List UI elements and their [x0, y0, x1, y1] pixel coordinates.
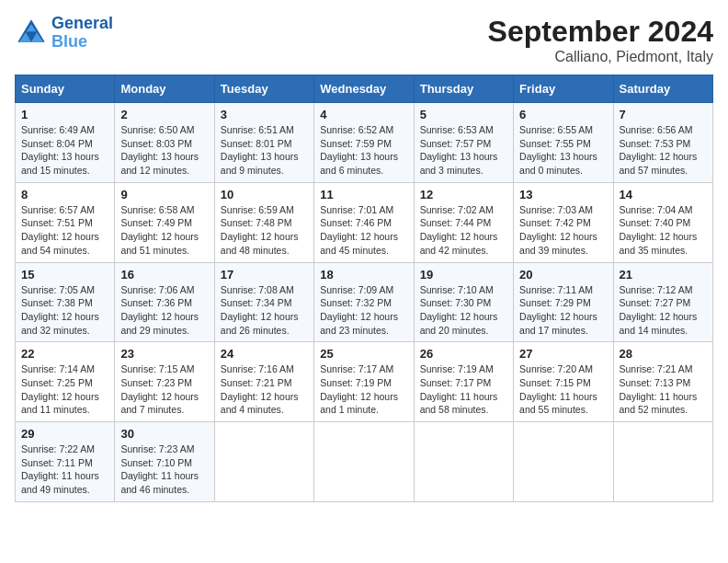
calendar-cell: 16Sunrise: 7:06 AM Sunset: 7:36 PM Dayli… — [115, 262, 214, 342]
calendar-cell: 13Sunrise: 7:03 AM Sunset: 7:42 PM Dayli… — [514, 182, 613, 262]
day-info: Sunrise: 7:11 AM Sunset: 7:29 PM Dayligh… — [519, 283, 607, 338]
day-number: 24 — [221, 347, 308, 361]
calendar-cell: 23Sunrise: 7:15 AM Sunset: 7:23 PM Dayli… — [115, 342, 214, 422]
day-info: Sunrise: 7:02 AM Sunset: 7:44 PM Dayligh… — [420, 203, 507, 258]
calendar-cell: 20Sunrise: 7:11 AM Sunset: 7:29 PM Dayli… — [514, 262, 613, 342]
day-info: Sunrise: 7:23 AM Sunset: 7:10 PM Dayligh… — [120, 442, 208, 497]
calendar-cell: 8Sunrise: 6:57 AM Sunset: 7:51 PM Daylig… — [16, 182, 115, 262]
day-info: Sunrise: 7:04 AM Sunset: 7:40 PM Dayligh… — [620, 203, 707, 258]
calendar-title: September 2024 — [488, 15, 713, 49]
day-number: 17 — [221, 268, 308, 282]
day-number: 8 — [21, 188, 108, 201]
day-number: 16 — [120, 268, 208, 282]
day-number: 27 — [519, 347, 607, 361]
calendar-cell: 18Sunrise: 7:09 AM Sunset: 7:32 PM Dayli… — [314, 262, 414, 342]
header-thursday: Thursday — [414, 75, 513, 103]
header-wednesday: Wednesday — [314, 75, 414, 103]
day-info: Sunrise: 6:53 AM Sunset: 7:57 PM Dayligh… — [420, 123, 507, 178]
day-number: 11 — [320, 188, 407, 201]
day-number: 14 — [620, 188, 707, 201]
day-number: 26 — [420, 347, 507, 361]
calendar-cell — [314, 422, 414, 502]
calendar-header-row: SundayMondayTuesdayWednesdayThursdayFrid… — [16, 75, 713, 103]
day-info: Sunrise: 6:59 AM Sunset: 7:48 PM Dayligh… — [221, 203, 308, 258]
day-number: 10 — [221, 188, 308, 201]
calendar-cell: 26Sunrise: 7:19 AM Sunset: 7:17 PM Dayli… — [414, 342, 513, 422]
page-header: General Blue September 2024 Calliano, Pi… — [15, 15, 713, 65]
calendar-cell: 10Sunrise: 6:59 AM Sunset: 7:48 PM Dayli… — [214, 182, 313, 262]
calendar-cell: 2Sunrise: 6:50 AM Sunset: 8:03 PM Daylig… — [115, 103, 214, 183]
calendar-cell: 1Sunrise: 6:49 AM Sunset: 8:04 PM Daylig… — [16, 103, 115, 183]
calendar-cell: 5Sunrise: 6:53 AM Sunset: 7:57 PM Daylig… — [414, 103, 513, 183]
day-number: 6 — [519, 108, 607, 121]
day-number: 25 — [320, 347, 407, 361]
day-info: Sunrise: 7:16 AM Sunset: 7:21 PM Dayligh… — [221, 362, 308, 417]
day-info: Sunrise: 6:49 AM Sunset: 8:04 PM Dayligh… — [21, 123, 108, 178]
day-number: 2 — [120, 108, 208, 121]
header-saturday: Saturday — [613, 75, 712, 103]
day-info: Sunrise: 6:57 AM Sunset: 7:51 PM Dayligh… — [21, 203, 108, 258]
calendar-cell: 7Sunrise: 6:56 AM Sunset: 7:53 PM Daylig… — [613, 103, 712, 183]
calendar-cell — [514, 422, 613, 502]
day-number: 29 — [21, 427, 108, 441]
calendar-cell: 4Sunrise: 6:52 AM Sunset: 7:59 PM Daylig… — [314, 103, 414, 183]
calendar-week-4: 29Sunrise: 7:22 AM Sunset: 7:11 PM Dayli… — [16, 422, 713, 502]
calendar-cell: 3Sunrise: 6:51 AM Sunset: 8:01 PM Daylig… — [214, 103, 313, 183]
calendar-cell: 21Sunrise: 7:12 AM Sunset: 7:27 PM Dayli… — [613, 262, 712, 342]
day-info: Sunrise: 7:19 AM Sunset: 7:17 PM Dayligh… — [420, 362, 507, 417]
day-info: Sunrise: 6:51 AM Sunset: 8:01 PM Dayligh… — [221, 123, 308, 178]
day-number: 23 — [120, 347, 208, 361]
calendar-week-1: 8Sunrise: 6:57 AM Sunset: 7:51 PM Daylig… — [16, 182, 713, 262]
calendar-subtitle: Calliano, Piedmont, Italy — [488, 49, 713, 65]
calendar-week-3: 22Sunrise: 7:14 AM Sunset: 7:25 PM Dayli… — [16, 342, 713, 422]
day-number: 30 — [120, 427, 208, 441]
day-number: 28 — [620, 347, 707, 361]
calendar-cell: 9Sunrise: 6:58 AM Sunset: 7:49 PM Daylig… — [115, 182, 214, 262]
calendar-cell: 19Sunrise: 7:10 AM Sunset: 7:30 PM Dayli… — [414, 262, 513, 342]
day-info: Sunrise: 7:03 AM Sunset: 7:42 PM Dayligh… — [519, 203, 607, 258]
calendar-week-2: 15Sunrise: 7:05 AM Sunset: 7:38 PM Dayli… — [16, 262, 713, 342]
logo-text: General Blue — [51, 15, 113, 52]
day-info: Sunrise: 7:15 AM Sunset: 7:23 PM Dayligh… — [120, 362, 208, 417]
calendar-cell: 27Sunrise: 7:20 AM Sunset: 7:15 PM Dayli… — [514, 342, 613, 422]
calendar-cell: 28Sunrise: 7:21 AM Sunset: 7:13 PM Dayli… — [613, 342, 712, 422]
calendar-cell: 22Sunrise: 7:14 AM Sunset: 7:25 PM Dayli… — [16, 342, 115, 422]
day-info: Sunrise: 7:01 AM Sunset: 7:46 PM Dayligh… — [320, 203, 407, 258]
title-block: September 2024 Calliano, Piedmont, Italy — [488, 15, 713, 65]
calendar-cell: 15Sunrise: 7:05 AM Sunset: 7:38 PM Dayli… — [16, 262, 115, 342]
day-info: Sunrise: 7:06 AM Sunset: 7:36 PM Dayligh… — [120, 283, 208, 338]
day-number: 18 — [320, 268, 407, 282]
calendar-cell: 6Sunrise: 6:55 AM Sunset: 7:55 PM Daylig… — [514, 103, 613, 183]
calendar-cell: 12Sunrise: 7:02 AM Sunset: 7:44 PM Dayli… — [414, 182, 513, 262]
header-friday: Friday — [514, 75, 613, 103]
day-info: Sunrise: 7:05 AM Sunset: 7:38 PM Dayligh… — [21, 283, 108, 338]
day-number: 9 — [120, 188, 208, 201]
day-info: Sunrise: 7:09 AM Sunset: 7:32 PM Dayligh… — [320, 283, 407, 338]
day-number: 22 — [21, 347, 108, 361]
calendar-cell — [613, 422, 712, 502]
day-info: Sunrise: 7:08 AM Sunset: 7:34 PM Dayligh… — [221, 283, 308, 338]
day-number: 12 — [420, 188, 507, 201]
day-number: 7 — [620, 108, 707, 121]
day-number: 4 — [320, 108, 407, 121]
calendar-cell: 24Sunrise: 7:16 AM Sunset: 7:21 PM Dayli… — [214, 342, 313, 422]
calendar-cell: 30Sunrise: 7:23 AM Sunset: 7:10 PM Dayli… — [115, 422, 214, 502]
day-info: Sunrise: 7:20 AM Sunset: 7:15 PM Dayligh… — [519, 362, 607, 417]
day-info: Sunrise: 6:55 AM Sunset: 7:55 PM Dayligh… — [519, 123, 607, 178]
calendar-week-0: 1Sunrise: 6:49 AM Sunset: 8:04 PM Daylig… — [16, 103, 713, 183]
day-info: Sunrise: 7:14 AM Sunset: 7:25 PM Dayligh… — [21, 362, 108, 417]
day-info: Sunrise: 6:56 AM Sunset: 7:53 PM Dayligh… — [620, 123, 707, 178]
day-info: Sunrise: 6:52 AM Sunset: 7:59 PM Dayligh… — [320, 123, 407, 178]
day-info: Sunrise: 7:12 AM Sunset: 7:27 PM Dayligh… — [620, 283, 707, 338]
header-monday: Monday — [115, 75, 214, 103]
logo-icon — [15, 17, 48, 50]
day-info: Sunrise: 6:50 AM Sunset: 8:03 PM Dayligh… — [120, 123, 208, 178]
day-number: 21 — [620, 268, 707, 282]
calendar-cell: 14Sunrise: 7:04 AM Sunset: 7:40 PM Dayli… — [613, 182, 712, 262]
header-sunday: Sunday — [16, 75, 115, 103]
day-info: Sunrise: 7:17 AM Sunset: 7:19 PM Dayligh… — [320, 362, 407, 417]
calendar-cell — [414, 422, 513, 502]
day-info: Sunrise: 7:22 AM Sunset: 7:11 PM Dayligh… — [21, 442, 108, 497]
day-number: 13 — [519, 188, 607, 201]
day-info: Sunrise: 7:21 AM Sunset: 7:13 PM Dayligh… — [620, 362, 707, 417]
